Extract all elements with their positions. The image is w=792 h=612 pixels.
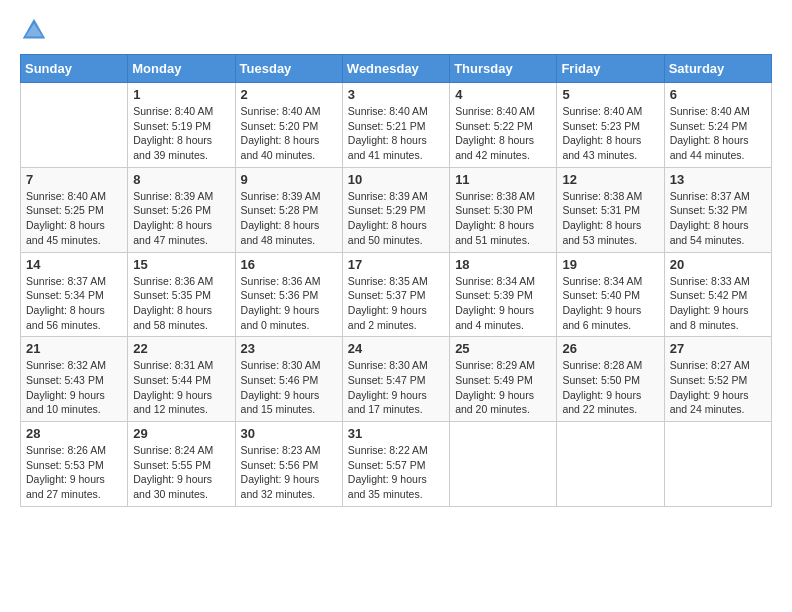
day-info: Sunrise: 8:40 AMSunset: 5:25 PMDaylight:… — [26, 189, 122, 248]
logo — [20, 16, 52, 44]
day-number: 18 — [455, 257, 551, 272]
day-number: 8 — [133, 172, 229, 187]
day-info: Sunrise: 8:30 AMSunset: 5:46 PMDaylight:… — [241, 358, 337, 417]
day-info: Sunrise: 8:40 AMSunset: 5:21 PMDaylight:… — [348, 104, 444, 163]
day-number: 15 — [133, 257, 229, 272]
day-info: Sunrise: 8:26 AMSunset: 5:53 PMDaylight:… — [26, 443, 122, 502]
day-cell: 20 Sunrise: 8:33 AMSunset: 5:42 PMDaylig… — [664, 252, 771, 337]
day-cell: 12 Sunrise: 8:38 AMSunset: 5:31 PMDaylig… — [557, 167, 664, 252]
day-info: Sunrise: 8:38 AMSunset: 5:30 PMDaylight:… — [455, 189, 551, 248]
day-info: Sunrise: 8:31 AMSunset: 5:44 PMDaylight:… — [133, 358, 229, 417]
day-info: Sunrise: 8:32 AMSunset: 5:43 PMDaylight:… — [26, 358, 122, 417]
logo-icon — [20, 16, 48, 44]
day-cell: 9 Sunrise: 8:39 AMSunset: 5:28 PMDayligh… — [235, 167, 342, 252]
header-sunday: Sunday — [21, 55, 128, 83]
day-number: 7 — [26, 172, 122, 187]
day-cell: 21 Sunrise: 8:32 AMSunset: 5:43 PMDaylig… — [21, 337, 128, 422]
day-cell: 23 Sunrise: 8:30 AMSunset: 5:46 PMDaylig… — [235, 337, 342, 422]
day-cell — [664, 422, 771, 507]
day-number: 6 — [670, 87, 766, 102]
day-cell: 25 Sunrise: 8:29 AMSunset: 5:49 PMDaylig… — [450, 337, 557, 422]
day-info: Sunrise: 8:39 AMSunset: 5:28 PMDaylight:… — [241, 189, 337, 248]
day-cell — [450, 422, 557, 507]
day-number: 2 — [241, 87, 337, 102]
day-cell: 31 Sunrise: 8:22 AMSunset: 5:57 PMDaylig… — [342, 422, 449, 507]
day-cell: 28 Sunrise: 8:26 AMSunset: 5:53 PMDaylig… — [21, 422, 128, 507]
day-cell: 29 Sunrise: 8:24 AMSunset: 5:55 PMDaylig… — [128, 422, 235, 507]
day-cell — [21, 83, 128, 168]
day-info: Sunrise: 8:23 AMSunset: 5:56 PMDaylight:… — [241, 443, 337, 502]
day-number: 19 — [562, 257, 658, 272]
day-number: 31 — [348, 426, 444, 441]
week-row-2: 7 Sunrise: 8:40 AMSunset: 5:25 PMDayligh… — [21, 167, 772, 252]
calendar-table: SundayMondayTuesdayWednesdayThursdayFrid… — [20, 54, 772, 507]
day-info: Sunrise: 8:36 AMSunset: 5:35 PMDaylight:… — [133, 274, 229, 333]
day-number: 28 — [26, 426, 122, 441]
day-info: Sunrise: 8:40 AMSunset: 5:23 PMDaylight:… — [562, 104, 658, 163]
day-number: 16 — [241, 257, 337, 272]
day-number: 14 — [26, 257, 122, 272]
day-number: 9 — [241, 172, 337, 187]
day-number: 27 — [670, 341, 766, 356]
day-info: Sunrise: 8:40 AMSunset: 5:20 PMDaylight:… — [241, 104, 337, 163]
day-cell: 4 Sunrise: 8:40 AMSunset: 5:22 PMDayligh… — [450, 83, 557, 168]
day-info: Sunrise: 8:28 AMSunset: 5:50 PMDaylight:… — [562, 358, 658, 417]
day-cell: 15 Sunrise: 8:36 AMSunset: 5:35 PMDaylig… — [128, 252, 235, 337]
day-cell: 1 Sunrise: 8:40 AMSunset: 5:19 PMDayligh… — [128, 83, 235, 168]
day-cell: 13 Sunrise: 8:37 AMSunset: 5:32 PMDaylig… — [664, 167, 771, 252]
day-cell: 16 Sunrise: 8:36 AMSunset: 5:36 PMDaylig… — [235, 252, 342, 337]
header-monday: Monday — [128, 55, 235, 83]
day-cell: 7 Sunrise: 8:40 AMSunset: 5:25 PMDayligh… — [21, 167, 128, 252]
day-number: 26 — [562, 341, 658, 356]
day-cell: 14 Sunrise: 8:37 AMSunset: 5:34 PMDaylig… — [21, 252, 128, 337]
day-cell: 24 Sunrise: 8:30 AMSunset: 5:47 PMDaylig… — [342, 337, 449, 422]
day-info: Sunrise: 8:27 AMSunset: 5:52 PMDaylight:… — [670, 358, 766, 417]
day-cell: 22 Sunrise: 8:31 AMSunset: 5:44 PMDaylig… — [128, 337, 235, 422]
day-cell: 3 Sunrise: 8:40 AMSunset: 5:21 PMDayligh… — [342, 83, 449, 168]
day-number: 5 — [562, 87, 658, 102]
week-row-3: 14 Sunrise: 8:37 AMSunset: 5:34 PMDaylig… — [21, 252, 772, 337]
week-row-5: 28 Sunrise: 8:26 AMSunset: 5:53 PMDaylig… — [21, 422, 772, 507]
day-cell: 26 Sunrise: 8:28 AMSunset: 5:50 PMDaylig… — [557, 337, 664, 422]
day-cell: 11 Sunrise: 8:38 AMSunset: 5:30 PMDaylig… — [450, 167, 557, 252]
page-header — [20, 16, 772, 44]
day-info: Sunrise: 8:24 AMSunset: 5:55 PMDaylight:… — [133, 443, 229, 502]
week-row-4: 21 Sunrise: 8:32 AMSunset: 5:43 PMDaylig… — [21, 337, 772, 422]
day-info: Sunrise: 8:36 AMSunset: 5:36 PMDaylight:… — [241, 274, 337, 333]
week-row-1: 1 Sunrise: 8:40 AMSunset: 5:19 PMDayligh… — [21, 83, 772, 168]
day-info: Sunrise: 8:39 AMSunset: 5:26 PMDaylight:… — [133, 189, 229, 248]
day-info: Sunrise: 8:30 AMSunset: 5:47 PMDaylight:… — [348, 358, 444, 417]
day-number: 22 — [133, 341, 229, 356]
header-friday: Friday — [557, 55, 664, 83]
header-thursday: Thursday — [450, 55, 557, 83]
day-cell: 27 Sunrise: 8:27 AMSunset: 5:52 PMDaylig… — [664, 337, 771, 422]
day-info: Sunrise: 8:33 AMSunset: 5:42 PMDaylight:… — [670, 274, 766, 333]
day-number: 11 — [455, 172, 551, 187]
day-info: Sunrise: 8:35 AMSunset: 5:37 PMDaylight:… — [348, 274, 444, 333]
day-number: 21 — [26, 341, 122, 356]
day-cell: 17 Sunrise: 8:35 AMSunset: 5:37 PMDaylig… — [342, 252, 449, 337]
day-number: 12 — [562, 172, 658, 187]
day-info: Sunrise: 8:34 AMSunset: 5:40 PMDaylight:… — [562, 274, 658, 333]
day-number: 17 — [348, 257, 444, 272]
day-number: 3 — [348, 87, 444, 102]
day-cell: 8 Sunrise: 8:39 AMSunset: 5:26 PMDayligh… — [128, 167, 235, 252]
day-info: Sunrise: 8:29 AMSunset: 5:49 PMDaylight:… — [455, 358, 551, 417]
day-number: 25 — [455, 341, 551, 356]
day-number: 10 — [348, 172, 444, 187]
day-number: 13 — [670, 172, 766, 187]
day-cell: 30 Sunrise: 8:23 AMSunset: 5:56 PMDaylig… — [235, 422, 342, 507]
header-tuesday: Tuesday — [235, 55, 342, 83]
day-info: Sunrise: 8:40 AMSunset: 5:24 PMDaylight:… — [670, 104, 766, 163]
day-info: Sunrise: 8:38 AMSunset: 5:31 PMDaylight:… — [562, 189, 658, 248]
day-number: 23 — [241, 341, 337, 356]
day-info: Sunrise: 8:40 AMSunset: 5:22 PMDaylight:… — [455, 104, 551, 163]
day-number: 29 — [133, 426, 229, 441]
header-wednesday: Wednesday — [342, 55, 449, 83]
day-cell: 6 Sunrise: 8:40 AMSunset: 5:24 PMDayligh… — [664, 83, 771, 168]
day-cell: 18 Sunrise: 8:34 AMSunset: 5:39 PMDaylig… — [450, 252, 557, 337]
day-number: 30 — [241, 426, 337, 441]
day-number: 20 — [670, 257, 766, 272]
day-info: Sunrise: 8:34 AMSunset: 5:39 PMDaylight:… — [455, 274, 551, 333]
day-info: Sunrise: 8:22 AMSunset: 5:57 PMDaylight:… — [348, 443, 444, 502]
